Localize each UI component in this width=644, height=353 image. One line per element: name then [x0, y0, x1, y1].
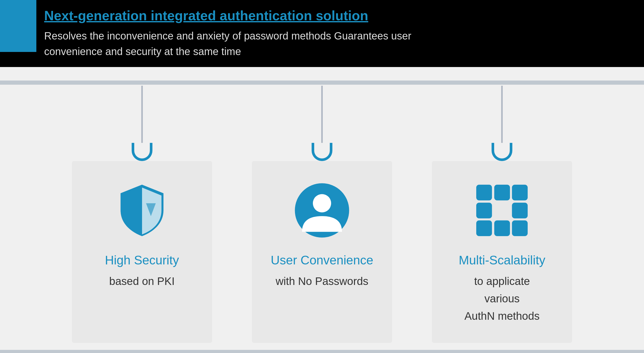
- shield-icon: [113, 182, 171, 240]
- grid-apps-icon: [473, 182, 531, 240]
- svg-rect-4: [512, 185, 528, 201]
- card-column-multi-scalability: Multi-Scalability to applicate various A…: [431, 86, 573, 343]
- connector-hook-3: [492, 143, 512, 161]
- card-column-high-security: High Security based on PKI: [71, 86, 213, 343]
- vertical-connector-3: [501, 86, 503, 143]
- card-high-security: High Security based on PKI: [72, 161, 212, 343]
- svg-rect-6: [512, 203, 528, 218]
- card-desc-multi-scalability: to applicate various AuthN methods: [465, 272, 540, 325]
- svg-rect-8: [494, 221, 510, 236]
- card-user-convenience: User Convenience with No Passwords: [252, 161, 392, 343]
- card-desc-high-security: based on PKI: [109, 272, 175, 290]
- bottom-line: [0, 350, 644, 353]
- svg-rect-7: [476, 221, 492, 236]
- card-multi-scalability: Multi-Scalability to applicate various A…: [432, 161, 572, 343]
- svg-rect-3: [494, 185, 510, 201]
- horizontal-connector-bar: [0, 81, 644, 85]
- svg-point-1: [313, 194, 331, 212]
- user-circle-icon: [293, 182, 351, 240]
- header-banner: Next-generation integrated authenticatio…: [0, 0, 644, 67]
- vertical-connector-1: [141, 86, 143, 143]
- svg-rect-9: [512, 221, 528, 236]
- header-blue-accent-bar: [0, 0, 36, 52]
- connector-hook-1: [132, 143, 152, 161]
- card-title-user-convenience: User Convenience: [271, 253, 373, 267]
- header-title: Next-generation integrated authenticatio…: [44, 8, 644, 23]
- card-title-high-security: High Security: [105, 253, 179, 267]
- vertical-connector-2: [321, 86, 323, 143]
- card-title-multi-scalability: Multi-Scalability: [459, 253, 545, 267]
- svg-rect-2: [476, 185, 492, 201]
- card-column-user-convenience: User Convenience with No Passwords: [251, 86, 393, 343]
- svg-rect-5: [476, 203, 492, 218]
- card-desc-user-convenience: with No Passwords: [276, 272, 368, 290]
- connector-hook-2: [312, 143, 332, 161]
- header-subtitle: Resolves the inconvenience and anxiety o…: [44, 28, 460, 59]
- cards-container: High Security based on PKI User Convenie…: [0, 86, 644, 343]
